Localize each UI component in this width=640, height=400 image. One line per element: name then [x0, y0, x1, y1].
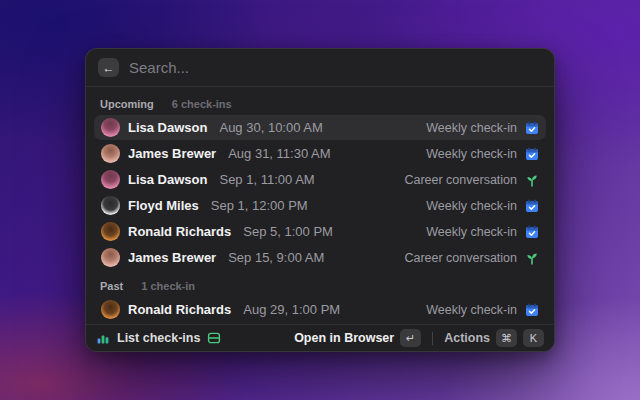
open-in-browser-button[interactable]: Open in Browser ↵ [294, 329, 421, 347]
sprout-icon [525, 251, 539, 265]
checkin-datetime: Sep 1, 12:00 PM [211, 198, 308, 213]
list-window-icon [207, 331, 221, 345]
calendar-check-icon [525, 121, 539, 135]
open-in-browser-label: Open in Browser [294, 331, 394, 345]
footer-divider [432, 332, 433, 345]
checkin-row[interactable]: James Brewer Sep 15, 9:00 AM Career conv… [94, 245, 546, 270]
checkin-datetime: Aug 29, 1:00 PM [243, 302, 340, 317]
checkin-kind: Weekly check-in [426, 303, 517, 317]
calendar-check-icon [525, 225, 539, 239]
k-keycap: K [523, 329, 544, 347]
section-count: 1 check-in [141, 280, 195, 292]
checkin-row[interactable]: Ronald Richards Aug 29, 1:00 PM Weekly c… [94, 297, 546, 322]
checkin-kind: Career conversation [404, 173, 517, 187]
section-label: Past [100, 280, 123, 292]
actions-label: Actions [444, 331, 490, 345]
return-keycap: ↵ [400, 329, 421, 347]
avatar [101, 196, 120, 215]
calendar-check-icon [525, 303, 539, 317]
footer-bar: List check-ins Open in Browser ↵ Actions… [86, 324, 554, 351]
avatar [101, 248, 120, 267]
checkin-kind: Weekly check-in [426, 199, 517, 213]
section-header-upcoming: Upcoming 6 check-ins [94, 94, 546, 114]
checkin-datetime: Sep 5, 1:00 PM [243, 224, 333, 239]
person-name: Lisa Dawson [128, 120, 207, 135]
calendar-check-icon [525, 199, 539, 213]
person-name: James Brewer [128, 146, 216, 161]
avatar [101, 222, 120, 241]
person-name: Ronald Richards [128, 224, 231, 239]
person-name: Floyd Miles [128, 198, 199, 213]
search-bar: ← [86, 49, 554, 87]
command-palette-window: ← Upcoming 6 check-ins Lisa Dawson Aug 3… [85, 48, 555, 352]
checkin-datetime: Aug 30, 10:00 AM [219, 120, 322, 135]
command-name-label: List check-ins [117, 331, 200, 345]
person-name: Ronald Richards [128, 302, 231, 317]
person-name: Lisa Dawson [128, 172, 207, 187]
sprout-icon [525, 173, 539, 187]
checkin-datetime: Sep 1, 11:00 AM [219, 172, 314, 187]
command-keycap: ⌘ [496, 329, 517, 347]
checkin-kind: Weekly check-in [426, 225, 517, 239]
bar-chart-icon [96, 331, 110, 345]
checkin-row[interactable]: Lisa Dawson Sep 1, 11:00 AM Career conve… [94, 167, 546, 192]
checkin-row[interactable]: Floyd Miles Sep 1, 12:00 PM Weekly check… [94, 193, 546, 218]
back-arrow-icon: ← [103, 61, 115, 75]
actions-button[interactable]: Actions ⌘ K [444, 329, 544, 347]
avatar [101, 118, 120, 137]
person-name: James Brewer [128, 250, 216, 265]
checkin-datetime: Sep 15, 9:00 AM [228, 250, 324, 265]
checkin-kind: Weekly check-in [426, 121, 517, 135]
checkin-list: Upcoming 6 check-ins Lisa Dawson Aug 30,… [86, 87, 554, 324]
avatar [101, 144, 120, 163]
avatar [101, 170, 120, 189]
back-button[interactable]: ← [98, 58, 119, 77]
avatar [101, 300, 120, 319]
checkin-row[interactable]: Ronald Richards Sep 5, 1:00 PM Weekly ch… [94, 219, 546, 244]
section-header-past: Past 1 check-in [94, 276, 546, 296]
search-input[interactable] [129, 59, 542, 76]
checkin-row[interactable]: James Brewer Aug 31, 11:30 AM Weekly che… [94, 141, 546, 166]
checkin-kind: Career conversation [404, 251, 517, 265]
section-count: 6 check-ins [172, 98, 232, 110]
checkin-row[interactable]: Lisa Dawson Aug 30, 10:00 AM Weekly chec… [94, 115, 546, 140]
section-label: Upcoming [100, 98, 154, 110]
calendar-check-icon [525, 147, 539, 161]
checkin-kind: Weekly check-in [426, 147, 517, 161]
checkin-datetime: Aug 31, 11:30 AM [228, 146, 330, 161]
